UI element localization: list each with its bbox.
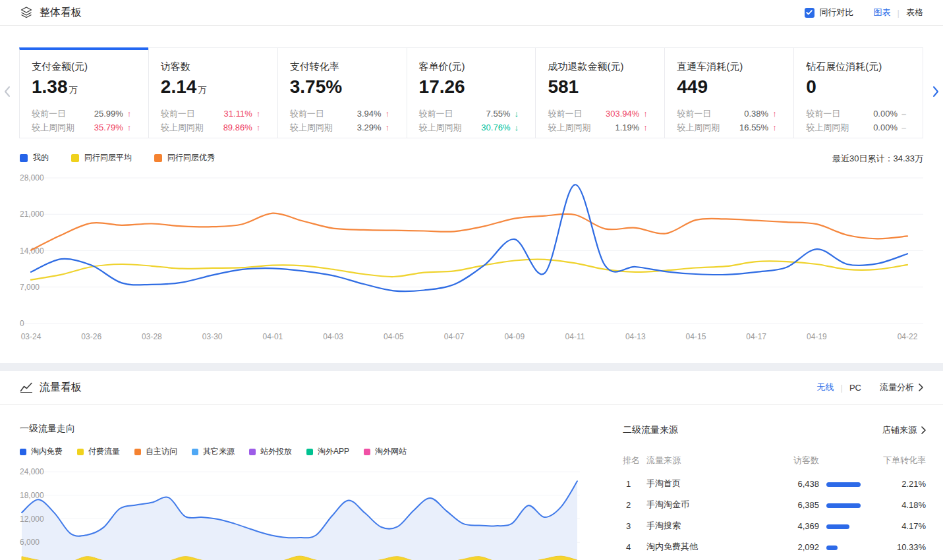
legend-item[interactable]: 同行同层优秀: [154, 152, 215, 163]
legend-swatch: [154, 154, 162, 162]
kpi-card-value: 2.14万: [161, 76, 266, 98]
legend-label: 淘外APP: [318, 446, 349, 457]
legend-item[interactable]: 淘外网站: [364, 446, 407, 457]
trend-line-icon: [20, 381, 33, 393]
legend-item[interactable]: 淘外APP: [306, 446, 349, 457]
legend-item[interactable]: 淘内免费: [20, 446, 63, 457]
svg-text:03-24: 03-24: [21, 332, 42, 341]
visitors-bar: [826, 482, 861, 487]
metric-value: 3.94%: [357, 107, 382, 121]
trend-arrow-icon: [772, 107, 782, 121]
kpi-card[interactable]: 支付金额(元) 1.38万 较前一日 25.99% 较上周同期: [19, 47, 149, 138]
metric-label: 较上周同期: [677, 121, 739, 134]
svg-text:04-07: 04-07: [444, 332, 465, 341]
svg-text:28,000: 28,000: [20, 173, 44, 182]
metric-label: 较前一日: [32, 107, 94, 121]
kpi-card-value: 449: [677, 76, 782, 98]
kpi-card-title: 访客数: [161, 61, 266, 73]
trend-arrow-icon: [901, 107, 911, 121]
svg-text:6,000: 6,000: [20, 538, 40, 547]
cell-bar: [819, 479, 863, 489]
kpi-value-number: 449: [677, 76, 708, 97]
view-switch-divider: |: [898, 8, 900, 18]
device-tab-pc[interactable]: PC: [849, 383, 861, 393]
kpi-card[interactable]: 直通车消耗(元) 449 较前一日 0.38% 较上周同期: [664, 47, 794, 138]
kpi-card[interactable]: 访客数 2.14万 较前一日 31.11% 较上周同期: [148, 47, 278, 138]
legend-label: 付费流量: [88, 446, 120, 457]
trend-arrow-icon: [386, 107, 395, 121]
legend-item[interactable]: 同行同层平均: [71, 152, 132, 163]
svg-text:14,000: 14,000: [20, 246, 44, 256]
svg-text:04-11: 04-11: [565, 332, 585, 341]
legend-label: 同行同层优秀: [167, 152, 215, 163]
cell-bar: [819, 542, 863, 552]
legend-item[interactable]: 付费流量: [77, 446, 120, 457]
trend-arrow-icon: [901, 121, 911, 134]
kpi-card[interactable]: 支付转化率 3.75% 较前一日 3.94% 较上周同期: [277, 47, 407, 138]
kpi-card[interactable]: 客单价(元) 17.26 较前一日 7.55% 较上周同期: [407, 47, 536, 138]
kpi-card-title: 客单价(元): [419, 61, 524, 73]
metric-value: 0.38%: [744, 107, 768, 121]
cell-source: 手淘淘金币: [646, 499, 756, 511]
layers-icon: [20, 6, 33, 19]
col-rank: 排名: [623, 455, 646, 466]
overall-dashboard-panel: 整体看板 同行对比 图表 | 表格 支付金: [0, 0, 943, 363]
peer-compare-label[interactable]: 同行对比: [820, 7, 854, 18]
legend-item[interactable]: 自主访问: [134, 446, 177, 457]
trend-arrow-icon: [643, 121, 652, 134]
metric-label: 较上周同期: [548, 121, 615, 134]
traffic-area-chart: 6,00012,00018,00024,000: [20, 461, 580, 560]
kpi-cards-carousel: 支付金额(元) 1.38万 较前一日 25.99% 较上周同期: [20, 47, 923, 138]
legend-swatch: [134, 449, 141, 455]
table-row: 4 淘内免费其他 2,092 10.33%: [623, 536, 926, 557]
page-title: 整体看板: [40, 6, 82, 20]
trend-arrow-icon: [386, 121, 395, 134]
trend-arrow-icon: [256, 107, 266, 121]
legend-item[interactable]: 其它来源: [192, 446, 235, 457]
legend-item[interactable]: 站外投放: [249, 446, 292, 457]
legend-label: 我的: [33, 152, 49, 163]
overall-header: 整体看板 同行对比 图表 | 表格: [0, 0, 943, 26]
chevron-right-icon: [919, 383, 923, 391]
kpi-value-unit: 万: [198, 85, 206, 95]
traffic-header: 流量看板 无线 | PC 流量分析: [0, 371, 943, 405]
device-tab-wireless[interactable]: 无线: [817, 381, 834, 393]
svg-text:03-26: 03-26: [81, 332, 101, 341]
metric-label: 较前一日: [677, 107, 744, 121]
view-table-tab[interactable]: 表格: [906, 7, 923, 18]
cell-bar: [819, 500, 863, 510]
metric-value: 303.94%: [606, 107, 639, 121]
shop-sources-link[interactable]: 店铺来源: [882, 424, 926, 436]
panel-divider: [0, 363, 943, 371]
col-visitors: 访客数: [756, 455, 819, 466]
kpi-card-title: 支付转化率: [290, 61, 395, 73]
peer-compare-checkbox[interactable]: [805, 8, 814, 18]
traffic-sources-head: 二级流量来源 店铺来源: [623, 424, 926, 436]
visitors-bar: [826, 546, 838, 550]
view-chart-tab[interactable]: 图表: [874, 7, 891, 18]
metric-label: 较前一日: [806, 107, 873, 121]
cell-rank: 3: [623, 521, 646, 531]
traffic-analysis-link[interactable]: 流量分析: [880, 381, 923, 393]
svg-text:24,000: 24,000: [20, 467, 44, 476]
svg-text:04-15: 04-15: [686, 332, 706, 341]
kpi-card[interactable]: 成功退款金额(元) 581 较前一日 303.94% 较上周同期: [535, 47, 665, 138]
cell-source: 手淘首页: [646, 478, 756, 490]
carousel-prev-icon[interactable]: [4, 86, 11, 100]
chevron-right-icon: [921, 426, 926, 434]
kpi-card-title: 钻石展位消耗(元): [806, 61, 911, 73]
cell-rank: 4: [623, 542, 646, 552]
trend-arrow-icon: [643, 107, 652, 121]
legend-swatch: [249, 449, 256, 455]
kpi-value-number: 1.38: [32, 76, 68, 97]
trend-arrow-icon: [514, 107, 523, 121]
kpi-value-number: 0: [806, 76, 816, 97]
legend-item[interactable]: 我的: [20, 152, 49, 163]
kpi-card[interactable]: 钻石展位消耗(元) 0 较前一日 0.00% 较上周同期: [793, 47, 923, 138]
metric-label: 较上周同期: [32, 121, 94, 134]
svg-text:03-28: 03-28: [142, 332, 162, 341]
kpi-value-number: 2.14: [161, 76, 197, 97]
kpi-value-unit: 万: [69, 85, 78, 95]
main-trend-chart: 07,00014,00021,00028,00003-2403-2603-280…: [20, 171, 923, 348]
carousel-next-icon[interactable]: [932, 86, 939, 100]
